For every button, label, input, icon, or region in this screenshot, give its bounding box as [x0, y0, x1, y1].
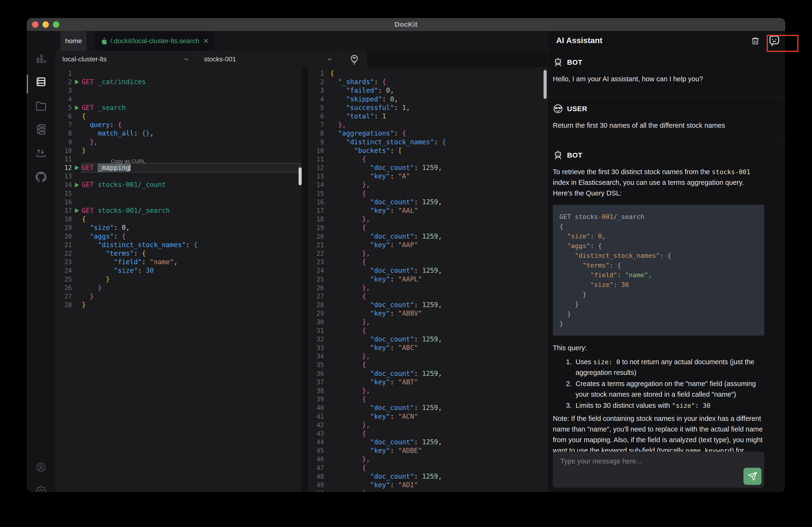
results-scrollbar[interactable]: [543, 70, 547, 99]
results-line[interactable]: 46 },: [308, 455, 547, 464]
results-line[interactable]: 3 "failed": 0,: [308, 86, 547, 95]
code-line-text[interactable]: "successful": 1,: [330, 104, 547, 112]
code-line-text[interactable]: "aggregations": {: [330, 129, 547, 138]
code-line-text[interactable]: "doc_count": 1259,: [330, 164, 547, 172]
results-line[interactable]: 33 "key": "ABC": [308, 344, 547, 352]
code-line-text[interactable]: }: [82, 301, 302, 309]
code-line-text[interactable]: },: [330, 249, 547, 258]
settings-gear-icon[interactable]: [35, 485, 46, 492]
code-line-text[interactable]: query: {: [82, 121, 302, 129]
editor-line[interactable]: 14GET stocks-001/_count: [55, 181, 302, 189]
results-line[interactable]: 18 },: [308, 215, 547, 224]
code-line-text[interactable]: "doc_count": 1259,: [330, 404, 547, 412]
code-line-text[interactable]: {: [330, 430, 547, 438]
results-line[interactable]: 19 {: [308, 224, 547, 232]
editor-line[interactable]: 12GET _mapping: [55, 164, 302, 172]
results-line[interactable]: 5 "successful": 1,: [308, 104, 547, 112]
results-line[interactable]: 30 },: [308, 318, 547, 326]
code-line-text[interactable]: {: [330, 224, 547, 232]
editor-line[interactable]: 7 query: {: [55, 121, 302, 129]
code-line-text[interactable]: },: [330, 318, 547, 326]
code-line-text[interactable]: "total": 1: [330, 112, 547, 121]
editor-line[interactable]: 26 }: [55, 284, 302, 292]
editor-line[interactable]: 1: [55, 69, 302, 78]
editor-line[interactable]: 13: [55, 172, 302, 181]
code-line-text[interactable]: "distinct_stock_names": {: [82, 241, 302, 249]
results-line[interactable]: 17 "key": "AAL": [308, 206, 547, 215]
code-line-text[interactable]: "failed": 0,: [330, 86, 547, 95]
editor-line[interactable]: 28}: [55, 301, 302, 309]
code-line-text[interactable]: "terms": {: [82, 249, 302, 258]
code-line-text[interactable]: {: [330, 69, 547, 78]
results-line[interactable]: 15 {: [308, 189, 547, 198]
results-line[interactable]: 24 "doc_count": 1259,: [308, 266, 547, 275]
code-line-text[interactable]: "key": "ABBV": [330, 309, 547, 318]
results-line[interactable]: 36 "doc_count": 1259,: [308, 370, 547, 378]
code-line-text[interactable]: "skipped": 0,: [330, 95, 547, 104]
code-line-text[interactable]: "key": "ABT": [330, 378, 547, 387]
code-line-text[interactable]: {: [330, 292, 547, 301]
results-line[interactable]: 32 "doc_count": 1259,: [308, 335, 547, 344]
code-line-text[interactable]: "size": 30: [82, 266, 302, 275]
results-line[interactable]: 6 "total": 1: [308, 112, 547, 121]
code-line-text[interactable]: },: [330, 284, 547, 292]
tab-search-file[interactable]: /.dockit/local-cluster-lts.search ×: [95, 31, 215, 51]
code-line-text[interactable]: }: [82, 147, 302, 155]
code-line-text[interactable]: "buckets": [: [330, 147, 547, 155]
editor-line[interactable]: 2GET _cat/indices: [55, 78, 302, 86]
cluster-select[interactable]: local-cluster-lts: [55, 51, 198, 67]
results-line[interactable]: 8 "aggregations": {: [308, 129, 547, 138]
code-line-text[interactable]: {: [330, 189, 547, 198]
code-line-text[interactable]: },: [82, 138, 302, 147]
results-line[interactable]: 21 "key": "AAP": [308, 241, 547, 249]
editor-line[interactable]: 22 "terms": {: [55, 249, 302, 258]
code-line-text[interactable]: "distinct_stock_names": {: [330, 138, 547, 147]
code-line-text[interactable]: "_shards": {: [330, 78, 547, 86]
code-line-text[interactable]: },: [330, 121, 547, 129]
editor-line[interactable]: 9 },: [55, 138, 302, 147]
copy-as-curl-lens[interactable]: Copy as CURL: [111, 158, 146, 164]
results-line[interactable]: 13 "key": "A": [308, 172, 547, 181]
code-line-text[interactable]: "key": "ACN": [330, 412, 547, 421]
code-line-text[interactable]: GET _mapping: [82, 164, 300, 172]
code-line-text[interactable]: [82, 86, 302, 95]
editor-line[interactable]: 19 "size": 0,: [55, 224, 302, 232]
results-line[interactable]: 40 "doc_count": 1259,: [308, 404, 547, 412]
account-icon[interactable]: [35, 462, 46, 473]
send-button[interactable]: [743, 468, 762, 485]
code-line-text[interactable]: [82, 95, 302, 104]
editor-line[interactable]: 16: [55, 198, 302, 206]
code-line-text[interactable]: },: [330, 352, 547, 361]
results-line[interactable]: 11 {: [308, 155, 547, 164]
code-line-text[interactable]: "field": "name",: [82, 258, 302, 266]
tab-close-icon[interactable]: ×: [203, 36, 208, 46]
results-line[interactable]: 41 "key": "ACN": [308, 412, 547, 421]
results-line[interactable]: 35 {: [308, 361, 547, 369]
editor-line[interactable]: 8 match_all: {},: [55, 129, 302, 138]
code-line-text[interactable]: }: [82, 284, 302, 292]
results-line[interactable]: 22 },: [308, 249, 547, 258]
results-line[interactable]: 34 },: [308, 352, 547, 361]
results-line[interactable]: 7 },: [308, 121, 547, 129]
ai-panel-scrollbar[interactable]: [782, 51, 782, 492]
results-line[interactable]: 50 },: [308, 489, 547, 492]
editor-line[interactable]: 25 }: [55, 275, 302, 284]
results-line[interactable]: 4 "skipped": 0,: [308, 95, 547, 104]
code-line-text[interactable]: "key": "ADBE": [330, 447, 547, 455]
editor-line[interactable]: 21 "distinct_stock_names": {: [55, 241, 302, 249]
run-query-play-button[interactable]: [72, 181, 82, 189]
code-line-text[interactable]: "key": "ADI": [330, 481, 547, 489]
results-line[interactable]: 37 "key": "ABT": [308, 378, 547, 387]
query-editor[interactable]: 12GET _cat/indices345GET _search6{7 quer…: [55, 67, 302, 492]
results-line[interactable]: 47 {: [308, 464, 547, 472]
results-line[interactable]: 26 },: [308, 284, 547, 292]
results-line[interactable]: 43 {: [308, 430, 547, 438]
results-line[interactable]: 25 "key": "AAPL": [308, 275, 547, 284]
results-line[interactable]: 23 {: [308, 258, 547, 266]
results-line[interactable]: 12 "doc_count": 1259,: [308, 164, 547, 172]
results-line[interactable]: 16 "doc_count": 1259,: [308, 198, 547, 206]
editor-line[interactable]: 20 "aggs": {: [55, 232, 302, 241]
code-line-text[interactable]: {: [330, 258, 547, 266]
run-query-play-button[interactable]: [72, 104, 82, 112]
editor-line[interactable]: 18{: [55, 215, 302, 224]
